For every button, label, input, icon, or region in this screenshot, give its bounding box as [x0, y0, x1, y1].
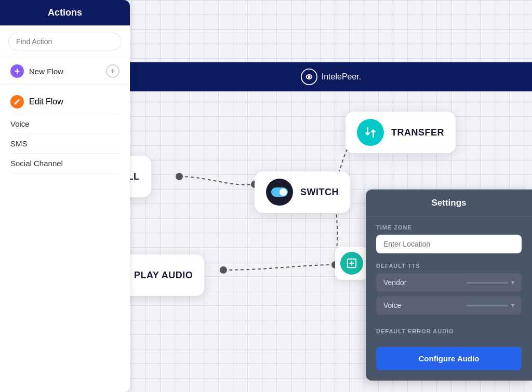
timezone-section: TIME ZONE — [366, 217, 532, 255]
voice-label: Voice — [383, 301, 401, 309]
edit-flow-label: Edit Flow — [29, 97, 63, 106]
header-bar: IntelePeer. — [130, 62, 532, 91]
transfer-node[interactable]: TRANSFER — [345, 112, 456, 153]
error-audio-section: DEFAULT ERROR AUDIO — [366, 321, 532, 341]
sidebar-item-sms[interactable]: SMS — [10, 134, 119, 154]
sidebar-item-social-channel[interactable]: Social Channel — [10, 154, 119, 173]
logo-text: IntelePeer. — [322, 72, 362, 82]
new-flow-label: New Flow — [29, 67, 63, 76]
default-tts-section: DEFAULT TTS Vendor ▾ Voice ▾ — [366, 255, 532, 321]
sidebar-search — [0, 25, 130, 58]
vendor-label: Vendor — [383, 278, 406, 287]
settings-panel: Settings TIME ZONE DEFAULT TTS Vendor ▾ … — [366, 190, 532, 381]
edit-flow-icon — [10, 95, 24, 109]
timezone-label: TIME ZONE — [376, 224, 522, 231]
small-node-icon — [340, 252, 363, 275]
vendor-bar — [467, 282, 508, 283]
new-flow-row[interactable]: + New Flow + — [0, 58, 130, 85]
vendor-chevron-icon: ▾ — [511, 279, 514, 286]
error-audio-label: DEFAULT ERROR AUDIO — [376, 328, 522, 334]
sidebar: Actions + New Flow + Edit Flow Voice SMS — [0, 0, 130, 392]
transfer-label: TRANSFER — [391, 127, 444, 138]
new-flow-icon: + — [10, 64, 24, 78]
voice-chevron-icon: ▾ — [511, 302, 514, 309]
default-tts-label: DEFAULT TTS — [376, 263, 522, 269]
settings-title: Settings — [366, 190, 532, 217]
transfer-icon — [357, 119, 384, 146]
edit-flow-item[interactable]: Edit Flow — [10, 92, 119, 114]
small-node[interactable] — [335, 247, 368, 280]
switch-label: SWITCH — [300, 187, 339, 198]
find-action-input[interactable] — [8, 33, 122, 50]
switch-icon — [266, 179, 293, 206]
sidebar-header: Actions — [0, 0, 130, 25]
svg-point-1 — [308, 75, 310, 78]
sidebar-item-voice[interactable]: Voice — [10, 114, 119, 134]
vendor-select-row[interactable]: Vendor ▾ — [376, 273, 522, 292]
configure-audio-button[interactable]: Configure Audio — [376, 347, 522, 370]
timezone-input[interactable] — [376, 235, 522, 253]
voice-select-row[interactable]: Voice ▾ — [376, 296, 522, 315]
play-audio-label: PLAY AUDIO — [134, 270, 193, 281]
sidebar-actions-section: Edit Flow Voice SMS Social Channel — [0, 85, 130, 177]
new-flow-plus-button[interactable]: + — [106, 64, 119, 78]
logo: IntelePeer. — [301, 69, 362, 85]
switch-node[interactable]: SWITCH — [255, 171, 350, 213]
voice-bar — [467, 305, 508, 306]
